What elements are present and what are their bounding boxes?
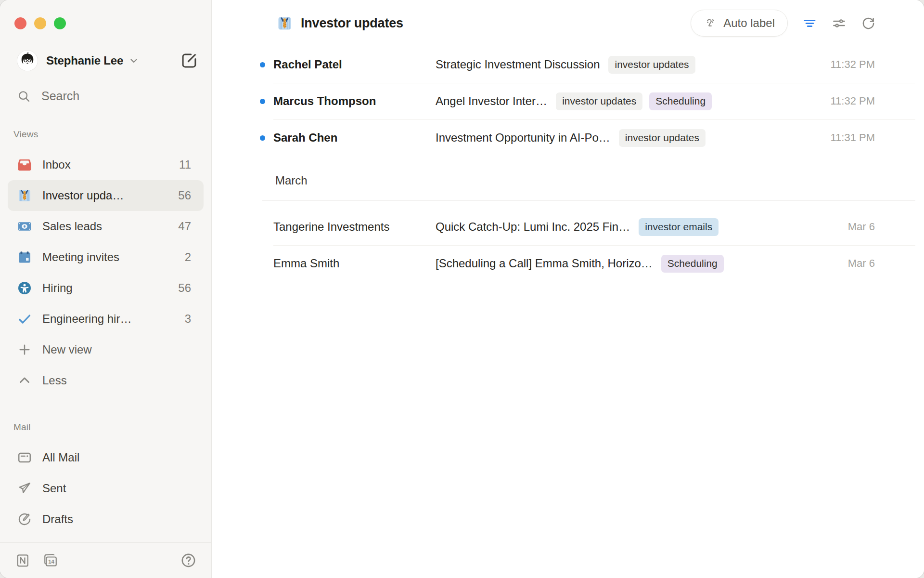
email-time: Mar 6 [821,221,875,233]
sidebar-footer: 14 [0,542,211,578]
email-sender: Marcus Thompson [273,94,436,108]
group-heading: March [212,174,924,187]
unread-dot [260,62,265,67]
email-tags: investor emails [639,218,719,236]
view-title: Investor updates [277,15,403,31]
face-icon [704,16,717,30]
sidebar-item-sales-leads[interactable]: Sales leads 47 [8,211,204,242]
draft-icon [17,512,32,526]
sidebar-item-sent[interactable]: Sent [8,473,204,504]
check-icon [17,312,32,326]
sidebar-item-count: 11 [179,158,191,171]
search-button[interactable]: Search [17,89,198,103]
auto-label-button[interactable]: Auto label [691,10,788,37]
search-label: Search [41,89,79,103]
sidebar-item-label: Hiring [42,281,73,295]
label-tag[interactable]: Scheduling [649,92,712,110]
svg-text:14: 14 [48,559,54,565]
label-tag[interactable]: investor updates [619,129,706,147]
minimize-button[interactable] [34,17,46,29]
email-time: 11:32 PM [821,58,875,71]
email-time: Mar 6 [821,257,875,270]
sidebar-item-new-view[interactable]: New view [8,334,204,365]
label-tag[interactable]: Scheduling [661,255,724,273]
sidebar-item-label: Meeting invites [42,250,119,264]
compose-button[interactable] [180,52,198,69]
sidebar-item-inbox[interactable]: Inbox 11 [8,149,204,180]
email-time: 11:32 PM [821,95,875,107]
person-icon [17,281,32,295]
sidebar-item-count: 56 [178,189,191,202]
email-group: Rachel Patel Strategic Investment Discus… [212,46,924,156]
chevron-down-icon [128,55,140,66]
sidebar-item-count: 56 [178,281,191,295]
email-sender: Sarah Chen [273,131,436,144]
sidebar-item-less[interactable]: Less [8,365,204,396]
label-tag[interactable]: investor emails [639,218,719,236]
header-controls: Auto label [691,10,876,37]
necktie-icon [277,15,293,31]
sidebar-item-hiring[interactable]: Hiring 56 [8,273,204,303]
email-subject: Investment Opportunity in AI-Po… [436,131,610,144]
sidebar-item-all-mail[interactable]: All Mail [8,442,204,473]
email-row[interactable]: Emma Smith [Scheduling a Call] Emma Smit… [212,245,924,282]
email-sender: Rachel Patel [273,58,436,71]
sidebar-item-label: Drafts [42,512,73,526]
account-name: Stephanie Lee [46,54,123,67]
main-panel: Investor updates Auto label Rachel Patel… [212,0,924,578]
help-icon[interactable] [180,552,196,568]
inbox-icon [17,158,32,172]
notion-logo-icon[interactable] [14,552,30,568]
sidebar-item-meeting-invites[interactable]: Meeting invites 2 [8,242,204,273]
email-row[interactable]: Sarah Chen Investment Opportunity in AI-… [212,119,924,156]
email-subject: Angel Investor Inter… [436,94,547,108]
plus-icon [17,342,32,357]
close-button[interactable] [14,17,26,29]
sidebar-item-label: Sent [42,482,66,495]
send-icon [17,481,32,496]
email-row[interactable]: Tangerine Investments Quick Catch-Up: Lu… [212,209,924,245]
refresh-icon[interactable] [861,16,876,31]
sidebar-item-label: New view [42,343,92,356]
sidebar-item-label: All Mail [42,451,79,464]
sidebar-item-investor-upda[interactable]: Investor upda… 56 [8,180,204,211]
email-subject: Strategic Investment Discussion [436,58,600,71]
label-tag[interactable]: investor updates [556,92,642,110]
label-tag[interactable]: investor updates [608,56,695,74]
window-controls [0,0,211,29]
banknote-icon [17,219,32,234]
sidebar: Stephanie Lee Search Views Inbox 11 [0,0,212,578]
avatar [17,51,38,71]
email-subject: Quick Catch-Up: Lumi Inc. 2025 Fin… [436,220,630,234]
views-list: Inbox 11 Investor upda… 56 Sales leads 4… [0,149,211,396]
zoom-button[interactable] [54,17,66,29]
auto-label-text: Auto label [723,16,775,30]
email-tags: investor updatesScheduling [556,92,712,110]
sidebar-item-count: 3 [185,312,191,326]
sidebar-item-drafts[interactable]: Drafts [8,504,204,535]
mail-list: All Mail Sent Drafts [0,442,211,535]
email-tags: investor updates [608,56,695,74]
email-row[interactable]: Rachel Patel Strategic Investment Discus… [212,46,924,83]
email-time: 11:31 PM [821,131,875,144]
chevron-up-icon [17,373,32,388]
group-divider [262,200,915,201]
filter-icon[interactable] [802,16,817,31]
sidebar-item-engineering-hir[interactable]: Engineering hir… 3 [8,303,204,334]
email-tags: investor updates [619,129,706,147]
sidebar-item-count: 47 [178,220,191,233]
sidebar-item-label: Sales leads [42,220,102,233]
account-switcher[interactable]: Stephanie Lee [17,51,198,71]
calendar-icon [17,250,32,264]
unread-dot [260,99,265,104]
email-list: Rachel Patel Strategic Investment Discus… [212,46,924,282]
email-row[interactable]: Marcus Thompson Angel Investor Inter… in… [212,83,924,119]
envelope-icon [17,450,32,465]
notion-calendar-icon[interactable]: 14 [43,552,59,568]
unread-dot [260,135,265,141]
sidebar-item-count: 2 [185,250,191,264]
section-label-mail: Mail [13,422,211,433]
sidebar-item-label: Investor upda… [42,189,124,202]
sidebar-item-label: Engineering hir… [42,312,131,326]
display-settings-icon[interactable] [832,16,847,31]
